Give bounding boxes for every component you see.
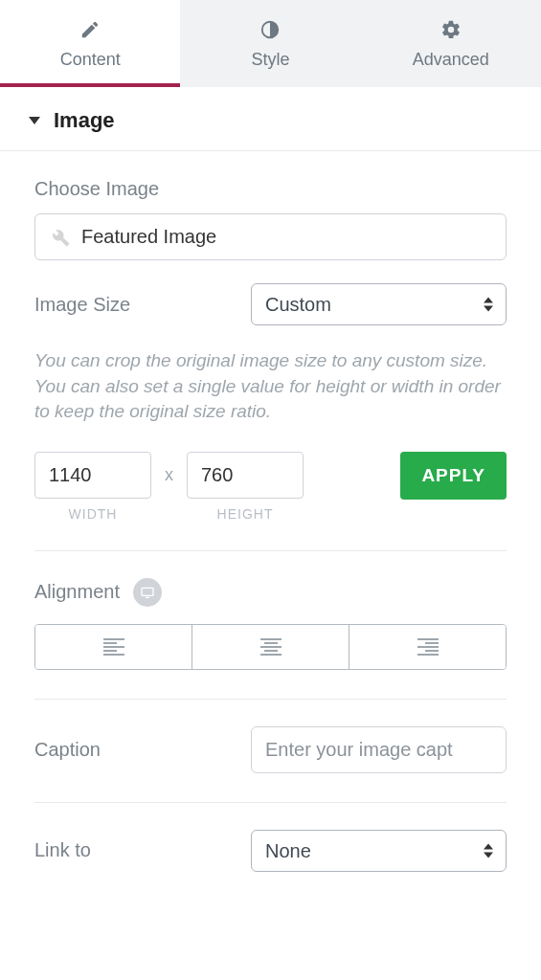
link-to-select[interactable]: None — [251, 830, 507, 872]
align-left-button[interactable] — [35, 625, 192, 669]
svg-rect-11 — [264, 650, 278, 652]
alignment-header: Alignment — [34, 578, 507, 607]
svg-rect-14 — [425, 642, 439, 644]
height-sublabel: HEIGHT — [217, 506, 274, 522]
alignment-label: Alignment — [34, 581, 120, 603]
tab-content-label: Content — [60, 50, 121, 70]
svg-rect-3 — [103, 638, 124, 640]
svg-rect-8 — [260, 638, 282, 640]
choose-image-box[interactable]: Featured Image — [34, 213, 507, 260]
choose-image-value: Featured Image — [81, 226, 216, 248]
gear-icon — [440, 19, 462, 40]
link-to-select-wrap: None — [251, 830, 507, 872]
height-input[interactable] — [187, 452, 304, 499]
tab-style-label: Style — [251, 50, 289, 70]
image-size-hint: You can crop the original image size to … — [34, 348, 507, 425]
alignment-buttons — [34, 624, 507, 670]
align-right-button[interactable] — [349, 625, 506, 669]
custom-dimensions: WIDTH x HEIGHT APPLY — [34, 452, 507, 522]
caret-down-icon — [29, 117, 40, 124]
divider — [34, 550, 507, 551]
svg-rect-9 — [264, 642, 278, 644]
height-column: HEIGHT — [187, 452, 304, 522]
tab-advanced[interactable]: Advanced — [361, 0, 541, 87]
svg-rect-10 — [260, 646, 282, 648]
field-link-to: Link to None — [34, 830, 507, 872]
svg-rect-12 — [260, 654, 282, 656]
tab-advanced-label: Advanced — [413, 50, 489, 70]
image-size-label: Image Size — [34, 294, 130, 316]
wrench-icon — [51, 228, 70, 247]
panel-body: Choose Image Featured Image Image Size C… — [0, 151, 541, 899]
pencil-icon — [79, 19, 101, 40]
svg-rect-1 — [142, 588, 153, 595]
tab-style[interactable]: Style — [180, 0, 360, 87]
caption-label: Caption — [34, 739, 101, 761]
svg-rect-15 — [417, 646, 439, 648]
divider — [34, 699, 507, 700]
section-title: Image — [54, 108, 115, 133]
width-column: WIDTH — [34, 452, 151, 522]
image-size-select[interactable]: Custom — [251, 283, 507, 325]
align-left-icon — [103, 638, 124, 656]
svg-rect-6 — [103, 650, 117, 652]
width-sublabel: WIDTH — [69, 506, 118, 522]
svg-rect-16 — [425, 650, 439, 652]
svg-rect-13 — [417, 638, 439, 640]
align-center-button[interactable] — [192, 625, 349, 669]
field-image-size: Image Size Custom — [34, 283, 507, 325]
choose-image-label: Choose Image — [34, 178, 507, 200]
width-input[interactable] — [34, 452, 151, 499]
svg-rect-5 — [103, 646, 124, 648]
apply-button[interactable]: APPLY — [400, 452, 507, 500]
caption-input[interactable] — [251, 726, 507, 773]
image-size-select-wrap: Custom — [251, 283, 507, 325]
panel-tabs: Content Style Advanced — [0, 0, 541, 87]
svg-rect-4 — [103, 642, 117, 644]
link-to-label: Link to — [34, 839, 91, 861]
responsive-icon[interactable] — [133, 578, 162, 607]
tab-content[interactable]: Content — [0, 0, 180, 87]
svg-rect-2 — [146, 596, 149, 597]
section-header-image[interactable]: Image — [0, 87, 541, 151]
field-caption: Caption — [34, 726, 507, 773]
field-choose-image: Choose Image Featured Image — [34, 178, 507, 260]
align-center-icon — [260, 638, 282, 656]
align-right-icon — [417, 638, 439, 656]
svg-rect-7 — [103, 654, 124, 656]
dimension-separator: x — [165, 452, 173, 485]
svg-rect-17 — [417, 654, 439, 656]
divider — [34, 802, 507, 803]
contrast-icon — [259, 19, 281, 40]
